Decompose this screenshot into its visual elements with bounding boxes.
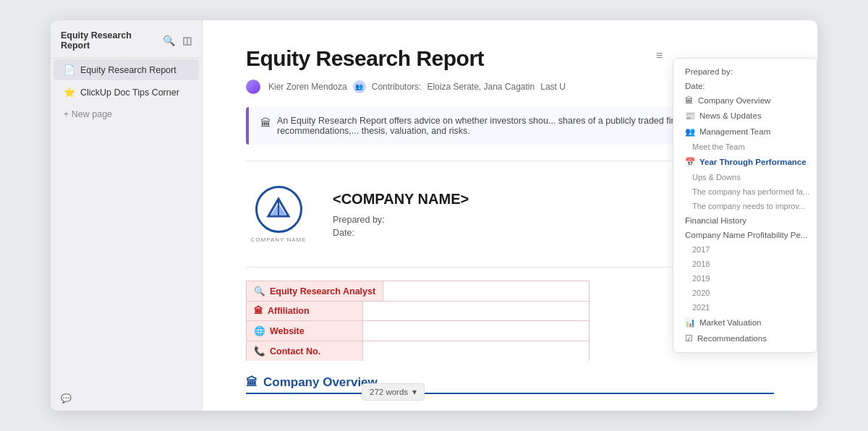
toc-label: News & Updates — [699, 111, 762, 120]
toc-label: Company Overview — [698, 96, 770, 105]
toc-label: Recommendations — [697, 334, 767, 343]
analyst-table: 🔍 Equity Research Analyst 🏛 Affiliation … — [246, 281, 590, 361]
main-content: ≡ Equity Research Report Kier Zoren Mend… — [203, 20, 817, 411]
contact-label: 📞 Contact No. — [247, 341, 362, 361]
sidebar-title: Equity Research Report — [61, 30, 161, 51]
star-icon: ⭐ — [64, 87, 75, 98]
toc-icon: 👥 — [685, 127, 695, 137]
toc-label: The company has performed fa... — [692, 187, 809, 196]
company-logo: COMPANY NAME — [246, 182, 311, 247]
toc-panel: Prepared by: Date: 🏛 Company Overview 📰 … — [673, 58, 817, 353]
overview-label: Company Overview — [263, 375, 378, 390]
toc-label: Year Through Performance — [699, 158, 807, 166]
toc-icon: ☑ — [685, 333, 693, 343]
toc-item-ups-downs[interactable]: Ups & Downs — [673, 170, 817, 184]
toc-item-news[interactable]: 📰 News & Updates — [673, 108, 817, 124]
toc-toggle-button[interactable]: ≡ — [653, 46, 665, 65]
new-page-button[interactable]: + New page — [54, 104, 199, 124]
globe-icon: 🌐 — [254, 325, 265, 336]
toc-item-2021[interactable]: 2021 — [673, 300, 817, 315]
toc-item-recommendations[interactable]: ☑ Recommendations — [673, 330, 817, 346]
word-count: 272 words — [370, 388, 408, 396]
contributors-label: Contributors: — [372, 82, 422, 92]
search-icon: 🔍 — [254, 286, 265, 296]
toc-label: Financial History — [685, 216, 746, 225]
callout-icon: 🏛 — [260, 116, 271, 129]
toc-label: Meet the Team — [692, 142, 745, 151]
logo-label: COMPANY NAME — [250, 236, 306, 243]
author-name: Kier Zoren Mendoza — [268, 82, 347, 92]
page-icon: 📄 — [64, 64, 75, 75]
toc-label: 2020 — [692, 289, 710, 297]
table-row: 🌐 Website — [246, 320, 590, 341]
toc-label: 2018 — [692, 260, 710, 268]
chevron-down-icon: ▾ — [412, 387, 417, 397]
settings-icon[interactable]: ◫ — [181, 33, 193, 48]
sidebar-item-label: ClickUp Doc Tips Corner — [80, 88, 179, 98]
affiliation-label: 🏛 Affiliation — [247, 302, 362, 320]
toc-item-company-overview[interactable]: 🏛 Company Overview — [673, 93, 817, 108]
last-updated: Last U — [540, 82, 566, 92]
website-value[interactable] — [362, 321, 589, 341]
phone-icon: 📞 — [254, 346, 265, 357]
sidebar-item-equity-research[interactable]: 📄 Equity Research Report — [54, 59, 199, 80]
sidebar-header-icons: 🔍 ◫ — [161, 33, 193, 48]
affiliation-value[interactable] — [362, 302, 589, 320]
toc-item-2019[interactable]: 2019 — [673, 271, 817, 286]
toc-label: Ups & Downs — [692, 173, 741, 182]
toc-label: Date: — [685, 82, 705, 90]
sidebar-header: Equity Research Report 🔍 ◫ — [51, 20, 202, 59]
sidebar-bottom: 💬 — [51, 386, 202, 411]
toc-label: Management Team — [699, 127, 770, 136]
logo-svg — [264, 195, 293, 223]
contact-value[interactable] — [362, 341, 589, 361]
company-overview-heading: 🏛 Company Overview — [246, 375, 774, 390]
toc-item-prepared-by[interactable]: Prepared by: — [673, 64, 817, 79]
toc-item-meet-team[interactable]: Meet the Team — [673, 140, 817, 154]
table-row: 🔍 Equity Research Analyst — [246, 281, 590, 302]
sidebar-item-clickup-tips[interactable]: ⭐ ClickUp Doc Tips Corner — [54, 82, 199, 103]
search-icon[interactable]: 🔍 — [161, 33, 176, 48]
toc-label: 2019 — [692, 274, 710, 283]
toc-item-date[interactable]: Date: — [673, 79, 817, 93]
toc-item-management[interactable]: 👥 Management Team — [673, 124, 817, 140]
toc-label: 2021 — [692, 303, 710, 312]
toc-label: 2017 — [692, 245, 710, 254]
section-underline — [246, 393, 774, 394]
toc-label: Company Name Profitability Pe... — [685, 231, 807, 239]
website-label: 🌐 Website — [247, 321, 362, 341]
toc-item-2017[interactable]: 2017 — [673, 242, 817, 257]
toc-icon: 📰 — [685, 111, 695, 121]
toc-label: The company needs to improv... — [692, 202, 805, 210]
toc-item-performed[interactable]: The company has performed fa... — [673, 184, 817, 199]
toc-label: Market Valuation — [699, 318, 761, 327]
toc-icon: 📅 — [685, 157, 695, 167]
toc-item-market-valuation[interactable]: 📊 Market Valuation — [673, 315, 817, 330]
toc-label: Prepared by: — [685, 67, 733, 76]
toc-item-improve[interactable]: The company needs to improv... — [673, 199, 817, 213]
chat-icon: 💬 — [61, 393, 72, 404]
toc-item-financial-history[interactable]: Financial History — [673, 213, 817, 228]
contact-label-text: Contact No. — [270, 346, 320, 357]
toc-item-2018[interactable]: 2018 — [673, 257, 817, 271]
analyst-label-text: Equity Research Analyst — [270, 286, 375, 296]
table-row: 📞 Contact No. — [246, 341, 590, 361]
sidebar-item-label: Equity Research Report — [80, 65, 176, 75]
contributors-names: Eloiza Serate, Jana Cagatin — [427, 82, 535, 92]
new-page-label: + New page — [64, 109, 112, 119]
toc-item-profitability[interactable]: Company Name Profitability Pe... — [673, 228, 817, 242]
website-label-text: Website — [270, 326, 305, 336]
logo-circle — [255, 186, 302, 233]
sidebar: Equity Research Report 🔍 ◫ 📄 Equity Rese… — [51, 20, 203, 411]
toc-item-year-performance[interactable]: 📅 Year Through Performance — [673, 154, 817, 170]
word-count-bar[interactable]: 272 words ▾ — [362, 383, 425, 401]
analyst-label-row1: 🔍 Equity Research Analyst — [247, 281, 383, 301]
author-avatar — [246, 80, 260, 94]
affiliation-label-text: Affiliation — [268, 306, 310, 316]
toc-item-2020[interactable]: 2020 — [673, 286, 817, 300]
toc-icon: 🏛 — [685, 96, 694, 105]
analyst-value-row1[interactable] — [383, 281, 588, 301]
table-row: 🏛 Affiliation — [246, 301, 590, 321]
toc-icon: 📊 — [685, 317, 695, 328]
contributors-icon: 👥 — [353, 80, 366, 93]
